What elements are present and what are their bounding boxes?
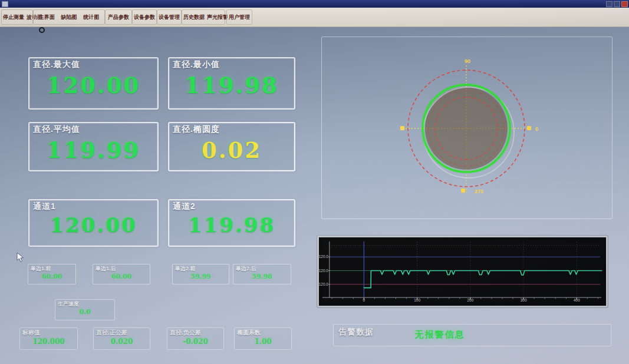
mouse-cursor [17,252,25,263]
edge1-front-value: 60.00 [28,273,75,280]
svg-text:300: 300 [521,299,527,302]
toolbar-button-statistics-chart[interactable]: 统计图 [82,14,100,21]
toolbar-group-product: 产品参数 [105,9,132,25]
ovality-coefficient-label: 椭圆系数 [237,329,261,337]
edge2-rear-box: 单边2.后 59.98 [233,264,291,284]
svg-text:0: 0 [363,299,365,302]
toolbar-button-user-management[interactable]: 用户管理 [228,14,251,21]
channel2-label: 通道2 [173,201,196,212]
diameter-min-box: 直径.最小值 119.98 [168,57,295,110]
edge2-front-value: 59.99 [173,273,229,280]
diameter-avg-box: 直径.平均值 119.99 [28,122,159,171]
toolbar-group-data-alarm: 历史数据 声光报警 [182,9,225,25]
edge1-rear-label: 单边1.后 [95,265,116,273]
toolbar-button-device-management[interactable]: 设备管理 [157,14,181,21]
channel2-value: 119.98 [169,213,294,237]
channel2-box: 通道2 119.98 [168,199,295,247]
svg-text:120.0: 120.0 [319,254,328,259]
svg-text:200: 200 [467,299,473,302]
edge1-front-label: 单边1.前 [31,265,51,273]
channel1-value: 120.00 [29,213,157,237]
ovality-coefficient-value: 1.00 [235,337,291,346]
polar-display: 900270 [322,37,612,219]
active-view-indicator [39,27,45,33]
toolbar-button-device-params[interactable]: 设备参数 [133,14,156,21]
minimize-icon[interactable] [606,1,612,7]
nominal-value: 120.000 [20,337,77,346]
minus-tolerance-value: -0.020 [167,337,223,346]
edge2-front-box: 单边2.前 59.99 [172,264,229,284]
diameter-min-value: 119.98 [169,72,294,98]
toolbar-group-measure: 停止测量 波动图 [1,9,33,25]
toolbar-button-history-data[interactable]: 历史数据 [182,14,206,21]
svg-text:120.0: 120.0 [319,282,328,286]
edge2-rear-value: 59.98 [233,273,291,280]
minus-tolerance-label: 直径.负公差 [170,329,201,337]
nominal-value-label: 标称值 [22,329,40,337]
nominal-value-box: 标称值 120.000 [19,327,78,350]
ovality-value: 0.02 [169,137,294,163]
edge1-front-box: 单边1.前 60.00 [28,264,76,284]
window-controls [606,1,628,7]
plus-tolerance-box: 直径.正公差 0.020 [93,327,150,350]
toolbar-group-user: 用户管理 [226,9,252,25]
svg-text:100: 100 [414,299,420,302]
plus-tolerance-value: 0.020 [94,337,150,346]
ovality-box: 直径.椭圆度 0.02 [168,122,295,171]
maximize-icon[interactable] [614,1,620,7]
alarm-message: 无报警信息 [399,329,481,340]
svg-text:120.0: 120.0 [319,269,328,273]
diameter-trend-chart: 120.0120.0120.00100200300400 [319,237,602,302]
cross-section-polar-panel: 900270 [321,37,612,219]
svg-text:400: 400 [574,299,580,302]
ovality-coefficient-box: 椭圆系数 1.00 [234,327,292,350]
toolbar-group-device-mgmt: 设备管理 [157,9,182,25]
toolbar-button-product-params[interactable]: 产品参数 [107,14,130,21]
diameter-max-label: 直径.最大值 [33,59,80,70]
diameter-avg-label: 直径.平均值 [33,124,80,135]
ovality-label: 直径.椭圆度 [173,124,220,135]
diameter-min-label: 直径.最小值 [173,59,220,70]
alarm-data-box: 告警数据 无报警信息 [333,324,611,346]
measurement-app-window: 停止测量 波动图 主界面 缺陷图 统计图 产品参数 设备参数 设备管理 历史数据… [0,0,629,364]
diameter-max-box: 直径.最大值 120.00 [28,57,159,110]
diameter-max-value: 120.00 [29,72,157,98]
edge2-rear-label: 单边2.后 [236,265,256,273]
minus-tolerance-box: 直径.负公差 -0.020 [167,327,224,350]
channel1-label: 通道1 [33,201,56,212]
toolbar-button-main-screen[interactable]: 主界面 [38,14,56,21]
toolbar-group-device-params: 设备参数 [132,9,157,25]
edge2-front-label: 单边2.前 [175,265,196,273]
toolbar-button-sound-light-alarm[interactable]: 声光报警 [206,14,229,21]
main-toolbar: 停止测量 波动图 主界面 缺陷图 统计图 产品参数 设备参数 设备管理 历史数据… [0,8,629,27]
window-titlebar [0,0,629,8]
window-app-icon [2,1,8,7]
diameter-avg-value: 119.99 [29,137,157,163]
toolbar-button-stop-measure[interactable]: 停止测量 [2,14,25,21]
production-speed-box: 生产速度 0.0 [55,299,115,320]
alarm-data-label: 告警数据 [338,327,374,337]
channel1-box: 通道1 120.00 [28,199,159,247]
plus-tolerance-label: 直径.正公差 [96,329,127,337]
toolbar-group-views: 主界面 缺陷图 统计图 [33,9,105,25]
edge1-rear-value: 60.00 [93,273,150,280]
svg-text:90: 90 [465,58,470,64]
production-speed-value: 0.0 [55,308,114,316]
toolbar-button-defect-chart[interactable]: 缺陷图 [60,14,78,21]
diameter-trend-chart-frame: 120.0120.0120.00100200300400 [317,236,608,307]
close-icon[interactable] [621,1,628,7]
edge1-rear-box: 单边1.后 60.00 [93,264,150,284]
production-speed-label: 生产速度 [58,300,79,308]
svg-text:270: 270 [475,188,483,194]
svg-text:0: 0 [535,126,538,132]
